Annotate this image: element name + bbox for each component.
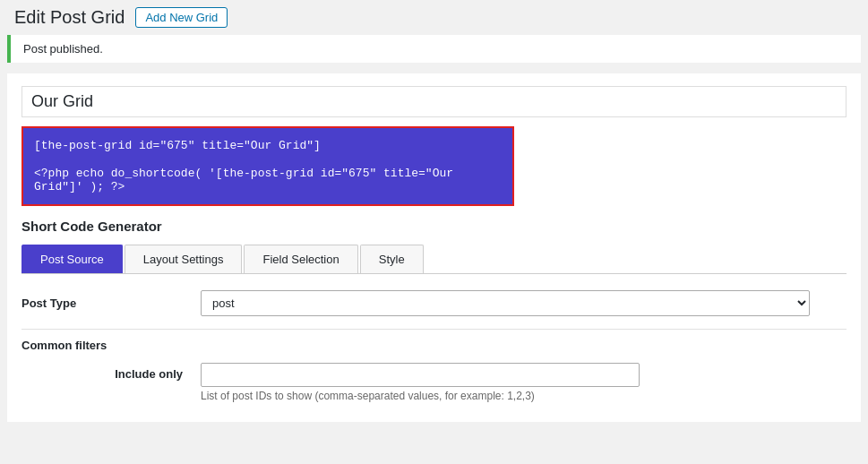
post-type-label: Post Type: [21, 296, 201, 310]
include-only-label: Include only: [21, 363, 201, 381]
common-filters-label: Common filters: [21, 339, 847, 352]
divider: [21, 329, 847, 330]
tab-layout-settings[interactable]: Layout Settings: [125, 245, 243, 273]
tab-field-selection[interactable]: Field Selection: [244, 245, 357, 273]
post-type-select[interactable]: post page: [201, 290, 810, 316]
common-filters-section: Common filters Include only List of post…: [21, 339, 847, 402]
add-new-button[interactable]: Add New Grid: [135, 7, 228, 28]
include-only-hint: List of post IDs to show (comma-separate…: [201, 390, 640, 402]
shortcode-box: [the-post-grid id="675" title="Our Grid"…: [21, 126, 514, 206]
content-area: [the-post-grid id="675" title="Our Grid"…: [7, 73, 861, 422]
page-wrapper: Edit Post Grid Add New Grid Post publish…: [0, 0, 868, 464]
shortcode-line-1: [the-post-grid id="675" title="Our Grid"…: [23, 128, 512, 159]
tab-style[interactable]: Style: [360, 245, 424, 273]
post-type-row: Post Type post page: [21, 290, 847, 316]
grid-title-input[interactable]: [21, 86, 847, 117]
include-only-row: Include only List of post IDs to show (c…: [21, 363, 847, 402]
include-only-input[interactable]: [201, 363, 640, 387]
include-only-wrap: List of post IDs to show (comma-separate…: [201, 363, 640, 402]
shortcode-line-2: <?php echo do_shortcode( '[the-post-grid…: [23, 159, 512, 204]
notice-published: Post published.: [7, 35, 861, 63]
tabs-row: Post Source Layout Settings Field Select…: [21, 245, 847, 274]
shortcode-section-label: Short Code Generator: [21, 219, 847, 234]
post-type-wrap: post page: [201, 290, 847, 316]
page-header: Edit Post Grid Add New Grid: [0, 0, 868, 35]
notice-text: Post published.: [23, 42, 103, 56]
tab-post-source[interactable]: Post Source: [21, 245, 123, 273]
page-title: Edit Post Grid: [14, 7, 125, 28]
